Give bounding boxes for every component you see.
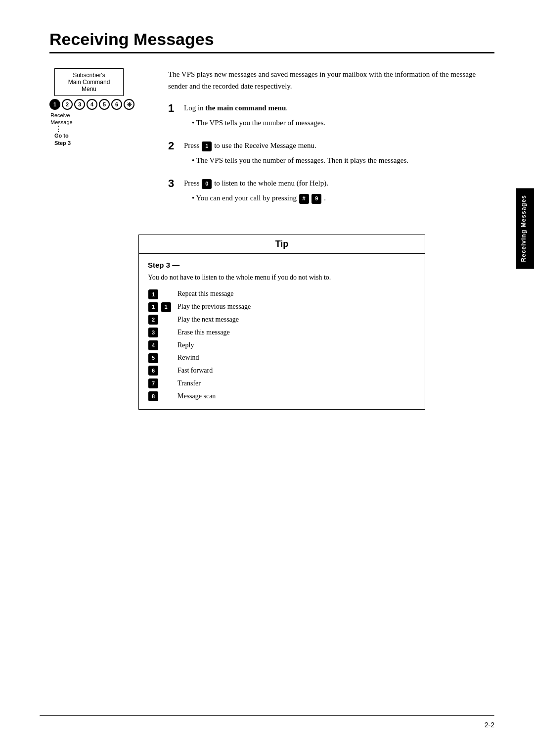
tip-key-3: 2 (148, 315, 158, 325)
title-rule (49, 52, 494, 53)
page-number: 2-2 (485, 721, 494, 729)
tip-desc-3: Play the next message (178, 313, 416, 326)
tip-row-8: 7 Transfer (148, 377, 416, 389)
tip-desc-8: Transfer (178, 377, 416, 389)
tip-desc-6: Rewind (178, 351, 416, 364)
diagram-area: Subscriber's Main Command Menu 1 2 3 4 5… (49, 68, 148, 215)
tip-desc-5: Reply (178, 338, 416, 351)
btn-star: ✳ (124, 99, 134, 110)
tip-key-cell-4: 3 (148, 326, 178, 338)
side-tab: Receiving Messages (516, 188, 534, 269)
side-tab-label: Receiving Messages (520, 195, 527, 262)
step-3-text: Press 0 to listen to the whole menu (for… (184, 177, 494, 189)
step-1: 1 Log in the main command menu. The VPS … (168, 102, 494, 132)
tip-row-4: 3 Erase this message (148, 326, 416, 338)
tip-key-1: 1 (148, 289, 158, 299)
key-9: 9 (312, 194, 321, 204)
tip-row-2: 1 1 Play the previous message (148, 300, 416, 313)
key-0: 0 (202, 179, 212, 189)
step-2-number: 2 (168, 140, 178, 152)
step-2-bullet-1: The VPS tells you the number of messages… (192, 154, 494, 166)
tip-body: Step 3 — You do not have to listen to th… (139, 254, 425, 409)
diagram-label: ReceiveMessage (50, 112, 148, 126)
btn-6: 6 (111, 99, 122, 110)
tip-key-cell-1: 1 (148, 287, 178, 300)
tip-key-2b: 1 (161, 302, 171, 312)
tip-key-7: 6 (148, 366, 158, 376)
page-title: Receiving Messages (49, 30, 494, 49)
tip-desc-1: Repeat this message (178, 287, 416, 300)
tip-key-cell-3: 2 (148, 313, 178, 326)
btn-1: 1 (49, 99, 60, 110)
btn-5: 5 (99, 99, 110, 110)
bottom-rule (40, 715, 494, 716)
tip-key-cell-6: 5 (148, 351, 178, 364)
diagram-box-line2: Main Command Menu (68, 79, 110, 93)
tip-key-9: 8 (148, 391, 158, 401)
tip-step-title: Step 3 — (148, 261, 416, 269)
menu-buttons: 1 2 3 4 5 6 ✳ (49, 99, 148, 110)
key-hash: # (299, 194, 309, 204)
step-1-content: Log in the main command menu. The VPS te… (184, 102, 494, 132)
tip-key-cell-7: 6 (148, 364, 178, 377)
tip-key-cell-8: 7 (148, 377, 178, 389)
btn-3: 3 (74, 99, 85, 110)
step-3-content: Press 0 to listen to the whole menu (for… (184, 177, 494, 207)
tip-key-cell-2: 1 1 (148, 300, 178, 313)
tip-key-cell-5: 4 (148, 338, 178, 351)
tip-table: 1 Repeat this message 1 1 Play the previ… (148, 287, 416, 402)
tip-row-9: 8 Message scan (148, 389, 416, 402)
step-1-bullet-1: The VPS tells you the number of messages… (192, 117, 494, 129)
step-2: 2 Press 1 to use the Receive Message men… (168, 140, 494, 169)
diagram-box: Subscriber's Main Command Menu (54, 68, 124, 96)
tip-key-5: 4 (148, 340, 158, 350)
tip-row-1: 1 Repeat this message (148, 287, 416, 300)
tip-desc-7: Fast forward (178, 364, 416, 377)
main-content: Subscriber's Main Command Menu 1 2 3 4 5… (49, 68, 494, 215)
tip-header: Tip (139, 235, 425, 254)
tip-row-7: 6 Fast forward (148, 364, 416, 377)
tip-row-6: 5 Rewind (148, 351, 416, 364)
step-3-number: 3 (168, 177, 178, 190)
tip-key-4: 3 (148, 328, 158, 337)
tip-row-3: 2 Play the next message (148, 313, 416, 326)
tip-box: Tip Step 3 — You do not have to listen t… (138, 235, 425, 410)
instructions-area: The VPS plays new messages and saved mes… (168, 68, 494, 215)
diagram-goto: Go toStep 3 (54, 132, 148, 146)
tip-key-cell-9: 8 (148, 389, 178, 402)
tip-key-6: 5 (148, 353, 158, 363)
diagram-box-line1: Subscriber's (73, 72, 105, 79)
intro-text: The VPS plays new messages and saved mes… (168, 68, 494, 92)
tip-desc-9: Message scan (178, 389, 416, 402)
step-1-number: 1 (168, 102, 178, 115)
tip-desc-2: Play the previous message (178, 300, 416, 313)
btn-2: 2 (62, 99, 73, 110)
step-1-text: Log in the main command menu. (184, 102, 494, 114)
tip-row-5: 4 Reply (148, 338, 416, 351)
diagram-dots: ⋮ (54, 126, 148, 133)
step-3: 3 Press 0 to listen to the whole menu (f… (168, 177, 494, 207)
tip-key-2a: 1 (148, 302, 158, 312)
tip-intro: You do not have to listen to the whole m… (148, 272, 416, 283)
tip-desc-4: Erase this message (178, 326, 416, 338)
page-container: Receiving Messages Receiving Messages Su… (0, 0, 534, 756)
step-2-content: Press 1 to use the Receive Message menu.… (184, 140, 494, 169)
step-3-bullet-1: You can end your call by pressing # 9 . (192, 192, 494, 204)
step-2-text: Press 1 to use the Receive Message menu. (184, 140, 494, 151)
tip-key-8: 7 (148, 378, 158, 388)
key-1: 1 (202, 142, 212, 151)
btn-4: 4 (87, 99, 97, 110)
